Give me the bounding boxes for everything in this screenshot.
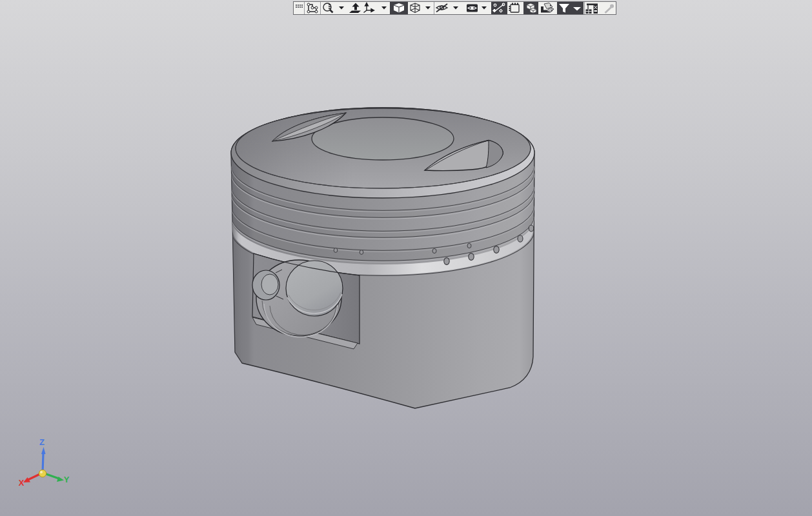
svg-text:X: X	[19, 478, 25, 488]
svg-text:Z: Z	[39, 437, 45, 447]
svg-text:Y: Y	[64, 475, 70, 484]
